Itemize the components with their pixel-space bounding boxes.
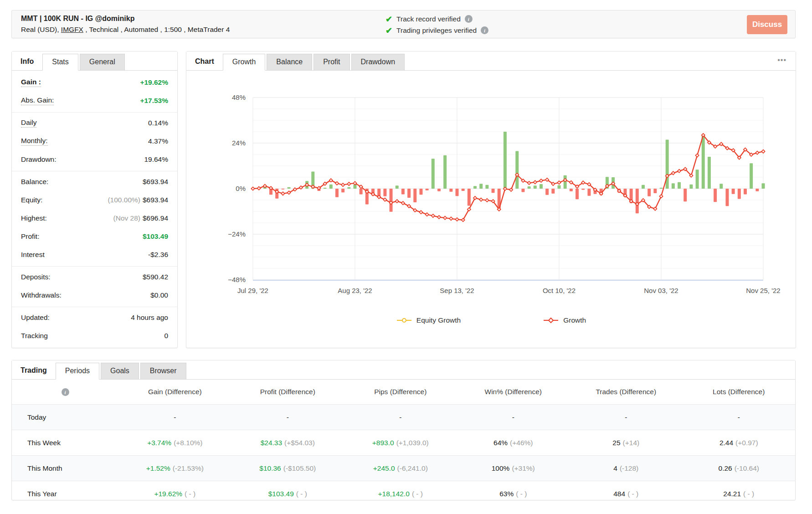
stat-value-main: 19.64% xyxy=(144,155,168,163)
period-cell: +893.0(+1,039.0) xyxy=(344,430,457,456)
cell-main-value: 484 xyxy=(613,490,625,498)
tab-goals[interactable]: Goals xyxy=(101,363,139,380)
period-cell: 484( - ) xyxy=(570,481,682,507)
cell-difference-value: (-$105.50) xyxy=(283,464,316,472)
cell-main-value: $103.49 xyxy=(268,490,294,498)
info-icon[interactable]: i xyxy=(62,388,69,396)
period-cell: $24.33(+$54.03) xyxy=(231,430,344,456)
column-header-lots: Lots (Difference) xyxy=(682,380,795,405)
cell-main-value: - xyxy=(738,413,740,421)
column-header-profit: Profit (Difference) xyxy=(231,380,344,405)
period-cell: 25(+14) xyxy=(570,430,682,456)
stat-value-main: $0.00 xyxy=(150,291,168,299)
cell-difference-value: (+14) xyxy=(623,439,640,447)
stat-value-prefix: (100.00%) xyxy=(108,196,140,204)
tab-growth[interactable]: Growth xyxy=(223,54,266,71)
period-label: This Week xyxy=(12,430,118,456)
period-row-this-month: This Month+1.52%(-21.53%)$10.36(-$105.50… xyxy=(12,456,795,481)
stat-value: 4 hours ago xyxy=(131,314,168,322)
tab-profit[interactable]: Profit xyxy=(313,54,349,71)
stat-value-main: $696.94 xyxy=(143,214,168,222)
cell-main-value: 64% xyxy=(493,439,508,447)
period-cell: - xyxy=(118,405,231,430)
stat-label: Equity: xyxy=(21,196,42,204)
tab-stats[interactable]: Stats xyxy=(42,54,78,71)
legend-item-growth[interactable]: Growth xyxy=(543,316,586,324)
period-cell: - xyxy=(344,405,457,430)
account-subtitle: Real (USD), IMGFX , Technical , Automate… xyxy=(21,24,230,36)
cell-main-value: 2.44 xyxy=(719,439,733,447)
stat-value: (100.00%)$693.94 xyxy=(108,196,168,204)
stat-value-main: $103.49 xyxy=(143,232,168,240)
stat-row-updated: Updated:4 hours ago xyxy=(21,308,168,327)
period-cell: $103.49( - ) xyxy=(231,481,344,507)
account-header: MMT | 100K RUN - IG @dominikp Real (USD)… xyxy=(11,10,796,38)
track-record-verified-label: Track record verified xyxy=(396,15,461,23)
svg-text:Nov 03, '22: Nov 03, '22 xyxy=(644,287,678,294)
page: MMT | 100K RUN - IG @dominikp Real (USD)… xyxy=(0,0,812,514)
tab-periods[interactable]: Periods xyxy=(56,363,99,380)
stat-value: $693.94 xyxy=(143,178,168,186)
broker-link[interactable]: IMGFX xyxy=(61,26,83,33)
svg-text:−48%: −48% xyxy=(228,276,246,283)
stat-value: $103.49 xyxy=(143,232,168,241)
cell-main-value: $10.36 xyxy=(259,464,281,472)
cell-main-value: 100% xyxy=(492,464,510,472)
periods-header-row: iGain (Difference)Profit (Difference)Pip… xyxy=(12,380,795,405)
period-label: This Year xyxy=(12,481,118,507)
trading-privileges-verified: ✔ Trading privileges verified i xyxy=(385,25,488,36)
stat-value-prefix: (Nov 28) xyxy=(113,214,140,222)
trading-privileges-verified-label: Trading privileges verified xyxy=(396,26,477,35)
tab-drawdown[interactable]: Drawdown xyxy=(351,54,405,71)
more-options-icon[interactable]: ••• xyxy=(777,56,786,64)
stat-value: 0.14% xyxy=(148,119,168,127)
account-type: Real (USD), xyxy=(21,26,61,33)
axis-labels: 48%24%0%−24%−48%Jul 29, '22Aug 23, '22Se… xyxy=(228,93,781,294)
growth-chart-area: 48%24%0%−24%−48%Jul 29, '22Aug 23, '22Se… xyxy=(189,77,796,309)
period-cell: 64%(+46%) xyxy=(457,430,570,456)
column-header-win%: Win% (Difference) xyxy=(457,380,570,405)
period-cell: $10.36(-$105.50) xyxy=(231,456,344,481)
stat-value-main: +17.53% xyxy=(140,97,168,104)
period-cell: +1.52%(-21.53%) xyxy=(118,456,231,481)
svg-text:Oct 10, '22: Oct 10, '22 xyxy=(543,287,576,294)
stats-rows: Gain :+19.62%Abs. Gain:+17.53%Daily0.14%… xyxy=(12,71,177,345)
legend-item-equity-growth[interactable]: Equity Growth xyxy=(396,316,461,324)
cell-main-value: $24.33 xyxy=(261,439,282,447)
cell-difference-value: (+8.10%) xyxy=(174,439,202,447)
cell-difference-value: (-10.64) xyxy=(735,464,759,472)
growth-chart[interactable]: 48%24%0%−24%−48%Jul 29, '22Aug 23, '22Se… xyxy=(189,77,791,307)
grid-lines xyxy=(253,98,763,280)
circle-marker-icon xyxy=(396,317,412,324)
column-header-trades: Trades (Difference) xyxy=(570,380,682,405)
period-cell: 100%(+31%) xyxy=(457,456,570,481)
period-row-this-year: This Year+19.62%( - )$103.49( - )+18,142… xyxy=(12,481,795,507)
stat-value-main: +19.62% xyxy=(140,78,168,86)
discuss-button[interactable]: Discuss xyxy=(747,15,787,34)
account-details: , Technical , Automated , 1:500 , MetaTr… xyxy=(83,26,230,33)
stat-row-withdrawals: Withdrawals:$0.00 xyxy=(21,286,168,304)
track-record-verified: ✔ Track record verified i xyxy=(385,13,488,25)
verification-block: ✔ Track record verified i ✔ Trading priv… xyxy=(385,13,488,36)
period-cell: - xyxy=(570,405,682,430)
cell-main-value: - xyxy=(512,413,514,421)
stats-tab-strip: InfoStatsGeneral xyxy=(12,51,177,71)
cell-difference-value: (-21.53%) xyxy=(173,464,204,472)
stat-value: $0.00 xyxy=(150,291,168,299)
tab-balance[interactable]: Balance xyxy=(267,54,312,71)
cell-difference-value: (+$54.03) xyxy=(284,439,315,447)
cell-difference-value: (+31%) xyxy=(512,464,534,472)
cell-main-value: +245.0 xyxy=(373,464,395,472)
period-cell: +19.62%( - ) xyxy=(118,481,231,507)
period-label: This Month xyxy=(12,456,118,481)
stat-value-main: 0 xyxy=(164,332,168,339)
info-icon[interactable]: i xyxy=(481,26,488,34)
period-cell: 24.21( - ) xyxy=(682,481,795,507)
cell-main-value: - xyxy=(399,413,401,421)
info-icon[interactable]: i xyxy=(465,15,473,23)
tab-browser[interactable]: Browser xyxy=(140,363,186,380)
stat-label: Interest xyxy=(21,251,45,259)
tab-general[interactable]: General xyxy=(80,54,125,71)
stat-row-equity: Equity:(100.00%)$693.94 xyxy=(21,191,168,209)
stat-row-absgain: Abs. Gain:+17.53% xyxy=(21,92,168,110)
